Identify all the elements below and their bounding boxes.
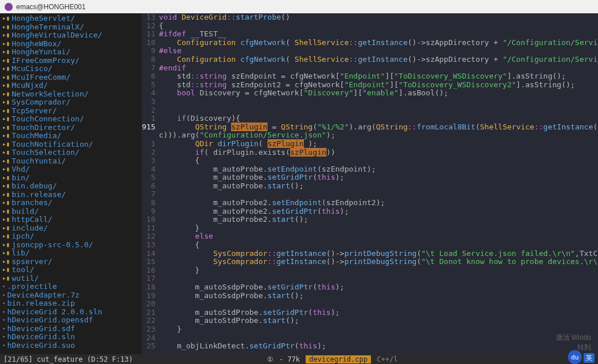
folder-icon: ▸▮ [2,40,10,49]
tree-dir-item[interactable]: ▸▮build/ [0,207,142,216]
folder-icon: ▸▮ [2,258,10,266]
tree-dir-item[interactable]: ▸▮include/ [0,224,142,233]
tree-dir-item[interactable]: ▸▮ipch/ [0,232,142,241]
tree-item-label: DeviceAdapter.7z [7,291,79,300]
tree-dir-item[interactable]: ▸▮branches/ [0,199,142,207]
folder-icon: ▸▮ [2,216,10,224]
tree-dir-item[interactable]: ▸▮TouchMedia/ [0,132,142,140]
tree-file-item[interactable]: •hDeviceGrid.opensdf [0,316,142,325]
folder-icon: ▸▮ [2,132,10,140]
tree-item-label: TouchConnection/ [12,115,84,124]
tree-item-label: HongheYuntai/ [12,48,70,57]
tree-item-label: SysComprador/ [12,98,70,107]
tree-dir-item[interactable]: ▸▮HongheServlet/ [0,14,142,23]
tree-file-item[interactable]: •.projectile [0,283,142,291]
folder-icon: ▸▮ [2,241,10,250]
code-editor[interactable]: 13121110987654321915 1234567891011121314… [142,13,598,354]
tree-dir-item[interactable]: ▸▮McuCisco/ [0,65,142,73]
file-icon: • [2,291,5,300]
folder-icon: ▸▮ [2,65,10,73]
tree-dir-item[interactable]: ▸▮tool/ [0,266,142,274]
status-major-mode: C++/l [377,355,398,363]
tree-dir-item[interactable]: ▸▮McuNjxd/ [0,81,142,90]
tree-item-label: HongheTerminalX/ [12,23,84,32]
tree-dir-item[interactable]: ▸▮SysComprador/ [0,98,142,107]
tree-file-item[interactable]: •hDeviceGrid.sdf [0,325,142,333]
tree-item-label: tool/ [12,266,34,274]
tree-dir-item[interactable]: ▸▮McuIFreeComm/ [0,73,142,82]
tree-item-label: branches/ [12,199,52,207]
tree-item-label: hDeviceGrid.sln [7,333,75,341]
folder-icon: ▸▮ [2,191,10,199]
tree-file-item[interactable]: •hDeviceGrid 2.0.0.sln [0,308,142,317]
tree-dir-item[interactable]: ▸▮HongheYuntai/ [0,48,142,57]
tree-item-label: TcpServer/ [12,107,57,116]
tree-dir-item[interactable]: ▸▮TouchYuntai/ [0,157,142,166]
folder-icon: ▸▮ [2,182,10,191]
file-icon: • [2,283,5,291]
folder-icon: ▸▮ [2,14,10,23]
tree-item-label: TouchYuntai/ [12,157,66,166]
tree-item-label: McuIFreeComm/ [12,73,70,82]
file-icon: • [2,333,5,341]
baidu-ime-icon[interactable]: du [568,350,582,364]
ime-language-indicator[interactable]: 英 [584,353,595,363]
tree-item-label: McuNjxd/ [12,81,48,90]
tree-item-label: IFreeCommProxy/ [12,57,79,65]
tree-item-label: ipch/ [12,232,34,241]
tree-dir-item[interactable]: ▸▮HongheVirtualDevice/ [0,31,142,40]
tree-dir-item[interactable]: ▸▮Vhd/ [0,165,142,174]
tree-item-label: httpCall/ [12,216,52,224]
tree-dir-item[interactable]: ▸▮lib/ [0,249,142,258]
tree-item-label: McuCisco/ [12,65,52,73]
tree-dir-item[interactable]: ▸▮TouchSelection/ [0,148,142,157]
tree-file-item[interactable]: •hDeviceGrid.suo [0,341,142,350]
folder-icon: ▸▮ [2,48,10,57]
tree-file-item[interactable]: •DeviceAdapter.7z [0,291,142,300]
tree-dir-item[interactable]: ▸▮HongheWBox/ [0,40,142,49]
tree-dir-item[interactable]: ▸▮httpCall/ [0,216,142,224]
tree-item-label: jsoncpp-src-0.5.0/ [12,241,93,250]
tree-item-label: spserver/ [12,258,52,266]
folder-icon: ▸▮ [2,207,10,216]
folder-icon: ▸▮ [2,224,10,233]
tree-dir-item[interactable]: ▸▮bin.debug/ [0,182,142,191]
folder-icon: ▸▮ [2,274,10,283]
folder-icon: ▸▮ [2,90,10,99]
tree-dir-item[interactable]: ▸▮IFreeCommProxy/ [0,57,142,65]
tree-item-label: HongheVirtualDevice/ [12,31,102,40]
tree-file-item[interactable]: •hDeviceGrid.sln [0,333,142,341]
window-title: emacs@HONGHE001 [16,3,86,11]
tree-dir-item[interactable]: ▸▮bin.release/ [0,191,142,199]
tree-dir-item[interactable]: ▸▮wutil/ [0,274,142,283]
file-icon: • [2,325,5,333]
code-content[interactable]: void DeviceGrid::startProbe() { #ifdef _… [159,13,598,351]
tree-dir-item[interactable]: ▸▮TouchConnection/ [0,115,142,124]
tree-dir-item[interactable]: ▸▮bin/ [0,174,142,183]
folder-icon: ▸▮ [2,115,10,124]
folder-icon: ▸▮ [2,98,10,107]
tree-item-label: wutil/ [12,274,39,283]
file-icon: • [2,308,5,317]
tree-dir-item[interactable]: ▸▮jsoncpp-src-0.5.0/ [0,241,142,250]
folder-icon: ▸▮ [2,199,10,207]
file-tree-sidebar[interactable]: ▸▮HongheServlet/▸▮HongheTerminalX/▸▮Hong… [0,13,142,354]
tree-dir-item[interactable]: ▸▮TcpServer/ [0,107,142,116]
status-filename: devicegrid.cpp [306,355,371,363]
tree-item-label: NetworkSelection/ [12,90,88,99]
folder-icon: ▸▮ [2,73,10,82]
tree-dir-item[interactable]: ▸▮NetworkSelection/ [0,90,142,99]
tree-item-label: include/ [12,224,48,233]
tree-dir-item[interactable]: ▸▮TouchNotification/ [0,140,142,149]
tree-item-label: bin.debug/ [12,182,57,191]
tree-item-label: HongheServlet/ [12,14,75,23]
folder-icon: ▸▮ [2,140,10,149]
tree-item-label: TouchSelection/ [12,148,79,157]
tree-file-item[interactable]: •bin.release.zip [0,299,142,308]
tree-dir-item[interactable]: ▸▮spserver/ [0,258,142,266]
tree-dir-item[interactable]: ▸▮TouchDirector/ [0,124,142,132]
window-title-bar: emacs@HONGHE001 [0,0,598,13]
folder-icon: ▸▮ [2,165,10,174]
tree-dir-item[interactable]: ▸▮HongheTerminalX/ [0,23,142,32]
file-icon: • [2,316,5,325]
